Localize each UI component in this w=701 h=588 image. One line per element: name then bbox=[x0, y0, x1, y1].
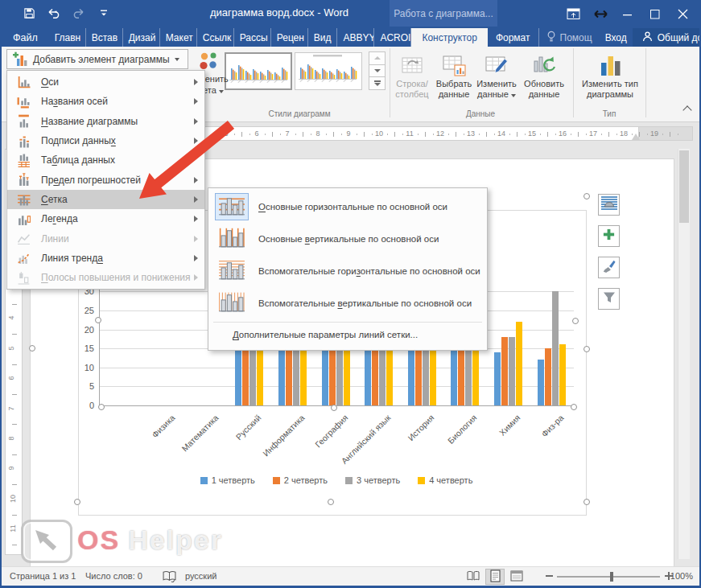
обновитьданные-button[interactable]: Обновитьданные bbox=[518, 48, 570, 119]
submenu-item-s-minor-v[interactable]: Вспомогательные вертикальные по основной… bbox=[208, 287, 487, 319]
bar-4-четверть-3[interactable] bbox=[300, 348, 307, 405]
share-button[interactable]: Общий доступ bbox=[633, 28, 701, 47]
ribbon-display-options-button[interactable] bbox=[559, 2, 587, 27]
selection-handle[interactable] bbox=[328, 499, 334, 505]
tab-ссылк[interactable]: Ссылк bbox=[197, 28, 234, 47]
zoom-out-button[interactable] bbox=[546, 575, 553, 577]
menu-item-таблица-данных[interactable]: Таблица данных bbox=[7, 150, 204, 170]
bar-1-четверть-3[interactable] bbox=[278, 348, 285, 405]
bar-3-четверть-2[interactable] bbox=[249, 348, 256, 405]
save-button[interactable] bbox=[21, 4, 37, 22]
bar-1-четверть-6[interactable] bbox=[408, 348, 414, 405]
language-indicator[interactable]: русский bbox=[185, 571, 216, 581]
selection-handle[interactable] bbox=[95, 317, 101, 323]
close-button[interactable] bbox=[669, 2, 696, 27]
web-layout-button[interactable] bbox=[507, 569, 526, 585]
menu-item-названия-осей[interactable]: Названия осей bbox=[7, 92, 204, 111]
bar-4-четверть-9[interactable] bbox=[559, 344, 566, 405]
add-chart-element-button[interactable]: Добавить элемент диаграммы bbox=[6, 49, 188, 69]
menu-item-название-диаграммы[interactable]: Название диаграммы bbox=[7, 112, 204, 131]
bar-3-четверть-6[interactable] bbox=[423, 348, 429, 405]
tab-главн[interactable]: Главн bbox=[49, 28, 86, 47]
bar-2-четверть-5[interactable] bbox=[372, 348, 378, 405]
selection-handle[interactable] bbox=[29, 345, 35, 352]
bar-1-четверть-9[interactable] bbox=[538, 360, 544, 405]
bar-4-четверть-5[interactable] bbox=[386, 348, 393, 405]
submenu-item-s-minor-h[interactable]: Вспомогательные горизонтальные по основн… bbox=[208, 255, 487, 287]
tab-acroi[interactable]: ACROI bbox=[374, 28, 411, 47]
tell-me-help[interactable]: Помощ bbox=[539, 28, 600, 47]
bar-3-четверть-5[interactable] bbox=[379, 348, 386, 405]
bar-4-четверть-6[interactable] bbox=[430, 348, 436, 405]
proofing-icon[interactable] bbox=[163, 570, 176, 584]
tab-вид[interactable]: Вид bbox=[308, 28, 338, 47]
bar-1-четверть-5[interactable] bbox=[365, 348, 371, 405]
tab-format[interactable]: Формат bbox=[488, 28, 539, 47]
bar-2-четверть-2[interactable] bbox=[242, 348, 249, 405]
bar-4-четверть-7[interactable] bbox=[472, 348, 479, 405]
selection-handle[interactable] bbox=[74, 499, 80, 505]
bar-2-четверть-8[interactable] bbox=[501, 337, 508, 405]
gallery-more-button[interactable] bbox=[369, 76, 386, 90]
bar-4-четверть-8[interactable] bbox=[516, 322, 522, 405]
menu-item-легенда[interactable]: Легенда bbox=[7, 209, 204, 228]
sign-in-link[interactable]: Вход bbox=[600, 28, 633, 47]
изменитьданные-button[interactable]: Изменитьданные bbox=[475, 48, 518, 119]
gallery-scroll-up[interactable] bbox=[369, 51, 386, 65]
legend-item[interactable]: 3 четверть bbox=[345, 475, 400, 485]
bar-3-четверть-8[interactable] bbox=[509, 337, 515, 405]
legend-item[interactable]: 4 четверть bbox=[418, 475, 472, 485]
selection-handle[interactable] bbox=[98, 404, 105, 410]
chart-filters-button[interactable] bbox=[598, 288, 620, 310]
gallery-scroll-down[interactable] bbox=[369, 64, 386, 78]
customize-qat-button[interactable] bbox=[96, 4, 112, 22]
bar-1-четверть-2[interactable] bbox=[235, 348, 241, 405]
tab-file[interactable]: Файл bbox=[2, 28, 49, 47]
selection-handle[interactable] bbox=[331, 405, 337, 411]
redo-button[interactable] bbox=[71, 4, 87, 22]
tab-konstruktor-active[interactable]: Конструктор bbox=[411, 28, 487, 47]
bar-2-четверть-9[interactable] bbox=[545, 348, 551, 405]
zoom-slider-thumb[interactable] bbox=[610, 572, 613, 582]
selection-handle[interactable] bbox=[572, 318, 579, 324]
tab-рассы[interactable]: Рассы bbox=[234, 28, 271, 47]
selection-handle[interactable] bbox=[583, 193, 590, 199]
scrollbar-thumb[interactable] bbox=[679, 150, 689, 223]
undo-button[interactable] bbox=[46, 4, 62, 22]
tab-рецен[interactable]: Рецен bbox=[271, 28, 308, 47]
tab-макет[interactable]: Макет bbox=[160, 28, 197, 47]
vertical-scrollbar[interactable] bbox=[678, 149, 690, 559]
tab-abbyy[interactable]: ABBYY bbox=[337, 28, 374, 47]
bar-3-четверть-3[interactable] bbox=[293, 348, 299, 405]
bar-2-четверть-3[interactable] bbox=[286, 348, 292, 405]
bar-2-четверть-6[interactable] bbox=[415, 348, 422, 405]
layout-options-button[interactable] bbox=[598, 194, 620, 216]
bar-4-четверть-2[interactable] bbox=[257, 348, 263, 405]
page-indicator[interactable]: Страница 1 из 1 bbox=[10, 571, 76, 581]
submenu-item-s-major-v[interactable]: Основные вертикальные по основной оси bbox=[208, 223, 487, 255]
bar-2-четверть-4[interactable] bbox=[329, 348, 336, 405]
bar-1-четверть-8[interactable] bbox=[494, 352, 501, 405]
menu-item-сетка[interactable]: Сетка bbox=[7, 190, 204, 209]
bar-1-четверть-7[interactable] bbox=[451, 348, 457, 405]
menu-item-подписи-данных[interactable]: Подписи данных bbox=[7, 131, 204, 150]
selection-handle[interactable] bbox=[571, 404, 577, 410]
read-mode-button[interactable] bbox=[464, 569, 483, 585]
tab-встав[interactable]: Встав bbox=[86, 28, 123, 47]
print-layout-button[interactable] bbox=[485, 569, 505, 585]
chart-style-2[interactable] bbox=[295, 52, 362, 90]
выбратьданные-button[interactable]: Выбратьданные bbox=[433, 48, 475, 119]
minimize-button[interactable] bbox=[614, 2, 641, 27]
selection-handle[interactable] bbox=[583, 346, 590, 352]
bar-3-четверть-7[interactable] bbox=[465, 348, 472, 405]
bar-3-четверть-4[interactable] bbox=[336, 348, 343, 405]
bar-4-четверть-4[interactable] bbox=[344, 348, 350, 405]
chart-elements-button[interactable] bbox=[598, 225, 620, 247]
legend-item[interactable]: 2 четверть bbox=[273, 475, 328, 485]
submenu-item-s-major-h[interactable]: Основные горизонтальные по основной оси bbox=[208, 191, 487, 223]
bar-1-четверть-4[interactable] bbox=[322, 348, 328, 405]
chart-styles-button[interactable] bbox=[598, 257, 620, 278]
tab-дизай[interactable]: Дизай bbox=[123, 28, 160, 47]
selection-handle[interactable] bbox=[583, 499, 590, 505]
zoom-level[interactable]: 100% bbox=[670, 571, 693, 581]
